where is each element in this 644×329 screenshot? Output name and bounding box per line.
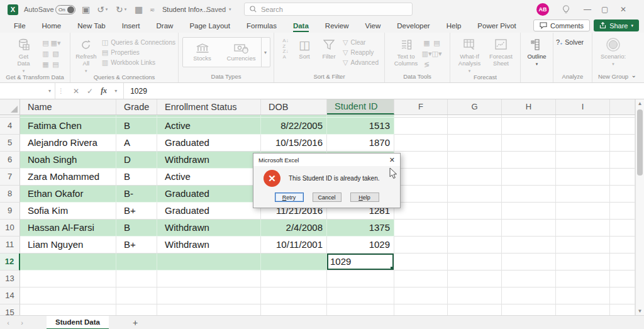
tab-developer[interactable]: Developer xyxy=(389,19,437,33)
cell[interactable] xyxy=(448,270,502,287)
tab-home[interactable]: Home xyxy=(35,19,69,33)
cell[interactable] xyxy=(556,152,610,169)
column-header-Grade[interactable]: Grade xyxy=(116,99,157,114)
customize-toolbar-icon[interactable]: ≂ xyxy=(150,0,155,19)
cell[interactable] xyxy=(556,135,610,152)
cell[interactable]: B+ xyxy=(116,203,157,220)
cell[interactable]: Withdrawn xyxy=(157,220,261,237)
cell[interactable] xyxy=(502,152,556,169)
cell[interactable] xyxy=(502,270,556,287)
column-header-H[interactable]: H xyxy=(502,99,556,114)
minimize-button[interactable]: — xyxy=(584,0,601,19)
cell[interactable] xyxy=(610,203,635,220)
cell[interactable] xyxy=(394,287,448,304)
cell[interactable]: 10/11/2001 xyxy=(261,237,327,254)
cell[interactable] xyxy=(157,254,261,270)
column-header-Student ID[interactable]: Student ID xyxy=(327,99,394,114)
cell[interactable] xyxy=(556,237,610,254)
clear-filter-button[interactable]: ▽Clear xyxy=(343,38,379,47)
tab-insert[interactable]: Insert xyxy=(114,19,148,33)
cell[interactable] xyxy=(116,270,157,287)
cell[interactable]: Withdrawn xyxy=(157,152,261,169)
avatar[interactable]: AB xyxy=(536,0,549,19)
column-header-F[interactable]: F xyxy=(394,99,448,114)
cell[interactable] xyxy=(502,304,556,315)
cell[interactable] xyxy=(448,186,502,203)
cell[interactable] xyxy=(556,270,610,287)
cell[interactable] xyxy=(610,237,635,254)
active-cell[interactable]: 1029 xyxy=(327,254,394,270)
scenario-button[interactable]: Scenario:▾ xyxy=(599,36,628,73)
cell[interactable]: 8/22/2005 xyxy=(261,118,327,135)
scroll-down-icon[interactable]: ▼ xyxy=(636,308,644,314)
tab-formulas[interactable]: Formulas xyxy=(239,19,284,33)
advanced-filter-button[interactable]: ▽Advanced xyxy=(343,59,379,67)
cell[interactable] xyxy=(502,135,556,152)
row-header-5[interactable]: 5 xyxy=(0,135,20,152)
cell[interactable] xyxy=(327,304,394,315)
get-data-button[interactable]: Get Data▾ xyxy=(9,36,38,74)
cell[interactable]: B xyxy=(116,118,157,135)
cell[interactable]: Alejandro Rivera xyxy=(20,135,116,152)
lightbulb-icon[interactable] xyxy=(562,0,570,19)
row-header-13[interactable]: 13 xyxy=(0,270,20,287)
cell[interactable]: Hassan Al-Farsi xyxy=(20,220,116,237)
cell[interactable] xyxy=(448,254,502,270)
cell[interactable] xyxy=(394,203,448,220)
cell[interactable]: Graduated xyxy=(157,203,261,220)
cell[interactable] xyxy=(502,186,556,203)
column-header-DOB[interactable]: DOB xyxy=(261,99,327,114)
sheet-tab-student-data[interactable]: Student Data xyxy=(47,316,109,329)
cell[interactable] xyxy=(116,304,157,315)
cell[interactable] xyxy=(556,118,610,135)
cell[interactable] xyxy=(448,220,502,237)
save-icon[interactable]: ▣ xyxy=(82,0,90,19)
cell[interactable]: B- xyxy=(116,186,157,203)
retry-button[interactable]: Retry xyxy=(275,192,304,202)
row-header-10[interactable]: 10 xyxy=(0,220,20,237)
cell[interactable]: 1029 xyxy=(327,237,394,254)
cell[interactable] xyxy=(502,118,556,135)
cell[interactable] xyxy=(556,287,610,304)
gallery-more-button[interactable]: ▾ xyxy=(261,38,270,67)
text-to-columns-button[interactable]: Text to Columns xyxy=(393,36,419,73)
new-sheet-button[interactable]: + xyxy=(133,318,138,328)
cell[interactable] xyxy=(556,186,610,203)
search-input[interactable]: Search xyxy=(244,3,413,16)
cell[interactable] xyxy=(448,304,502,315)
cell[interactable] xyxy=(610,220,635,237)
cell[interactable] xyxy=(20,270,116,287)
cell[interactable] xyxy=(261,304,327,315)
cell[interactable] xyxy=(116,254,157,270)
undo-icon[interactable]: ↺▾ xyxy=(97,0,108,19)
cancel-entry-icon[interactable]: ✕ xyxy=(73,87,79,96)
cell[interactable]: Active xyxy=(157,169,261,186)
cell[interactable]: Active xyxy=(157,118,261,135)
cell[interactable] xyxy=(556,203,610,220)
row-header-15[interactable]: 15 xyxy=(0,304,20,315)
vertical-scrollbar[interactable]: ▲ ▼ xyxy=(635,99,644,315)
autosave-toggle[interactable]: On xyxy=(55,0,75,19)
cell[interactable] xyxy=(502,237,556,254)
cell[interactable] xyxy=(610,118,635,135)
cell[interactable]: Noah Singh xyxy=(20,152,116,169)
cell[interactable]: Withdrawn xyxy=(157,237,261,254)
sort-button[interactable]: ◫ Sort xyxy=(294,36,315,73)
currencies-button[interactable]: Currencies xyxy=(222,38,261,67)
cell[interactable] xyxy=(20,254,116,270)
cell[interactable] xyxy=(394,220,448,237)
cell[interactable]: Sofia Kim xyxy=(20,203,116,220)
cell[interactable] xyxy=(394,186,448,203)
table-quickaccess-icon[interactable]: ▦ xyxy=(135,0,143,19)
cell[interactable] xyxy=(556,169,610,186)
column-header-Name[interactable]: Name xyxy=(20,99,116,114)
tab-help[interactable]: Help xyxy=(439,19,469,33)
row-header-12[interactable]: 12 xyxy=(0,254,20,270)
cell[interactable]: D xyxy=(116,152,157,169)
cell[interactable] xyxy=(448,135,502,152)
dialog-close-icon[interactable]: ✕ xyxy=(389,156,395,164)
cell[interactable] xyxy=(327,287,394,304)
cell[interactable]: B xyxy=(116,169,157,186)
outline-button[interactable]: Outline▾ xyxy=(523,36,550,73)
cell[interactable]: 2/4/2008 xyxy=(261,220,327,237)
